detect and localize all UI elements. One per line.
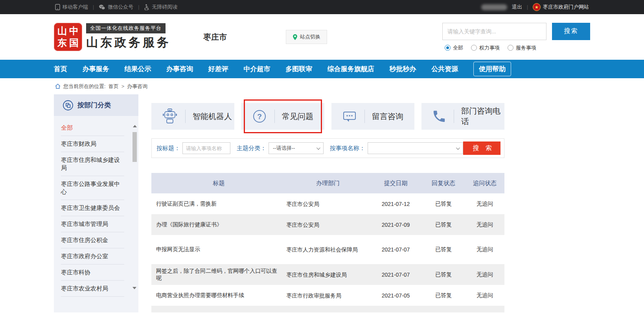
nav-public-resources[interactable]: 公共资源 xyxy=(431,64,458,73)
sidebar-title: 按部门分类 xyxy=(77,101,111,110)
sidebar-item-science-association[interactable]: 枣庄市科协 xyxy=(61,265,124,281)
scroll-down-icon[interactable] xyxy=(132,287,136,289)
tab-faq[interactable]: ? 常见问题 xyxy=(241,103,324,130)
column-title: 标题 xyxy=(151,180,286,187)
followup-status: 无追问 xyxy=(465,221,504,228)
logout-link[interactable]: 退出 xyxy=(512,4,522,11)
site-title: 山东政务服务 xyxy=(86,35,171,51)
nav-joint-review[interactable]: 多图联审 xyxy=(285,64,312,73)
question-title[interactable]: 行驶证副页已满，需换新 xyxy=(151,197,286,211)
radio-power-items[interactable]: 权力事项 xyxy=(471,44,500,51)
question-title[interactable]: 电商营业执照办理需要哪些材料手续 xyxy=(151,289,286,302)
radio-selected-icon[interactable] xyxy=(445,45,451,51)
sidebar-item-housing-fund[interactable]: 枣庄市住房公积金 xyxy=(61,232,124,248)
question-title[interactable]: 网签之后，除了合同二维码，官网哪个入口可以查呢 xyxy=(151,265,286,285)
svg-text:?: ? xyxy=(257,112,262,121)
handling-department: 枣庄市公安局 xyxy=(286,217,370,232)
column-reply-status: 回复状态 xyxy=(422,180,465,187)
current-city-label: 枣庄市 xyxy=(203,32,227,42)
user-name-blurred xyxy=(481,4,507,10)
table-row[interactable]: 办理《国际旅行健康证书》 枣庄市公安局 2021-07-09 已答复 无追问 xyxy=(151,214,504,235)
main-navigation: 首页 办事服务 结果公示 办事咨询 好差评 中介超市 多图联审 综合服务旗舰店 … xyxy=(0,60,644,78)
chevron-down-icon xyxy=(316,146,320,150)
reply-status: 已答复 xyxy=(422,246,465,253)
tab-smart-robot[interactable]: 智能机器人 xyxy=(151,103,234,130)
nav-rating[interactable]: 好差评 xyxy=(208,64,228,73)
radio-unselected-icon[interactable] xyxy=(508,45,513,51)
header-search-button[interactable]: 搜索 xyxy=(552,23,590,40)
category-icon xyxy=(63,100,74,111)
tab-message-consult-label: 留言咨询 xyxy=(372,111,403,122)
divider xyxy=(185,110,186,123)
title-filter-input[interactable] xyxy=(182,142,230,154)
question-table: 标题 办理部门 提交日期 回复状态 追问状态 行驶证副页已满，需换新 枣庄市公安… xyxy=(151,173,504,312)
radio-all[interactable]: 全部 xyxy=(445,44,463,51)
keyword-search-input[interactable] xyxy=(442,23,546,40)
search-scope-radios: 全部 权力事项 服务事项 xyxy=(442,44,590,51)
nav-home[interactable]: 首页 xyxy=(54,64,67,73)
followup-status: 无追问 xyxy=(465,271,504,278)
nav-results[interactable]: 结果公示 xyxy=(124,64,151,73)
mobile-app-link[interactable]: 移动客户端 xyxy=(55,4,88,11)
submit-date: 2021-07-07 xyxy=(370,272,422,278)
sidebar-item-agriculture-bureau[interactable]: 枣庄市农业农村局 xyxy=(61,281,124,297)
site-switch-button[interactable]: 站点切换 xyxy=(286,30,327,44)
question-title[interactable]: 申报网页无法显示 xyxy=(151,243,286,256)
nav-agency-market[interactable]: 中介超市 xyxy=(243,64,270,73)
gov-portal-link[interactable]: ★ 枣庄市政府门户网站 xyxy=(533,3,589,11)
column-followup-status: 追问状态 xyxy=(465,180,504,187)
sidebar-item-finance-bureau[interactable]: 枣庄市财政局 xyxy=(61,136,124,152)
accessibility-link[interactable]: 无障碍阅读 xyxy=(144,4,177,11)
table-row[interactable]: 行驶证副页已满，需换新 枣庄市公安局 2021-07-12 已答复 无追问 xyxy=(151,193,504,214)
nav-flagship-store[interactable]: 综合服务旗舰店 xyxy=(328,64,374,73)
shandong-seal-logo: 山 中 东 国 xyxy=(54,23,82,51)
sidebar-item-all[interactable]: 全部 xyxy=(61,120,124,136)
tab-message-consult[interactable]: 留言咨询 xyxy=(331,103,414,130)
table-row[interactable]: 网签之后，除了合同二维码，官网哪个入口可以查呢 枣庄市住房和城乡建设局 2021… xyxy=(151,264,504,285)
followup-status: 无追问 xyxy=(465,246,504,253)
sidebar-item-city-management-bureau[interactable]: 枣庄市城市管理局 xyxy=(61,216,124,232)
wechat-label: 微信公众号 xyxy=(108,4,133,11)
radio-service-items[interactable]: 服务事项 xyxy=(508,44,536,51)
question-filter-bar: 按标题： 主题分类： --请选择-- 按事项名称： 搜 索 xyxy=(151,138,504,158)
divider xyxy=(274,110,275,123)
handling-department: 枣庄市行政审批服务局 xyxy=(286,288,370,303)
handling-department: 枣庄市住房和城乡建设局 xyxy=(286,267,370,282)
seal-char: 东 xyxy=(56,37,68,49)
sidebar-item-housing-construction-bureau[interactable]: 枣庄市住房和城乡建设局 xyxy=(61,152,124,176)
scroll-up-icon[interactable] xyxy=(133,125,137,127)
breadcrumb-current: 办事咨询 xyxy=(127,83,147,90)
radio-unselected-icon[interactable] xyxy=(471,45,477,51)
scrollbar-thumb[interactable] xyxy=(132,132,137,162)
topic-select[interactable]: --请选择-- xyxy=(269,142,324,154)
consult-content: 智能机器人 ? 常见问题 留言咨询 部门咨 xyxy=(151,94,504,312)
breadcrumb-home-link[interactable]: 首页 xyxy=(109,83,119,90)
consult-tabs: 智能机器人 ? 常见问题 留言咨询 部门咨 xyxy=(151,103,504,130)
wechat-link[interactable]: 微信公众号 xyxy=(99,4,133,11)
nav-help-button[interactable]: 使用帮助 xyxy=(473,62,511,76)
sidebar-scrollbar[interactable] xyxy=(132,125,137,162)
tab-department-phone[interactable]: 部门咨询电话 xyxy=(421,103,504,130)
column-department: 办理部门 xyxy=(286,179,370,187)
breadcrumb-separator: > xyxy=(121,83,125,89)
site-logo[interactable]: 山 中 东 国 全国一体化在线政务服务平台 山东政务服务 xyxy=(54,23,171,51)
submit-date: 2021-07-12 xyxy=(370,201,422,207)
sidebar-header: 按部门分类 xyxy=(54,94,138,116)
table-row[interactable]: 电商营业执照办理需要哪些材料手续 枣庄市行政审批服务局 2021-07-05 已… xyxy=(151,285,504,306)
question-title[interactable]: 办理《国际旅行健康证书》 xyxy=(151,218,286,231)
followup-status: 无追问 xyxy=(465,292,504,299)
message-icon xyxy=(342,109,357,124)
sidebar-item-highway-center[interactable]: 枣庄市公路事业发展中心 xyxy=(61,176,124,200)
nav-instant-approval[interactable]: 秒批秒办 xyxy=(390,64,416,73)
item-select[interactable] xyxy=(368,142,464,154)
sidebar-item-health-commission[interactable]: 枣庄市卫生健康委员会 xyxy=(61,200,124,216)
nav-services[interactable]: 办事服务 xyxy=(83,64,109,73)
table-row[interactable]: 申报网页无法显示 枣庄市人力资源和社会保障局 2021-07-07 已答复 无追… xyxy=(151,235,504,264)
sidebar-item-government-office[interactable]: 枣庄市政府办公室 xyxy=(61,248,124,265)
radio-power-label: 权力事项 xyxy=(479,44,500,51)
nav-consult[interactable]: 办事咨询 xyxy=(166,64,193,73)
seal-char: 国 xyxy=(68,37,80,49)
filter-search-button[interactable]: 搜 索 xyxy=(463,141,500,155)
reply-status: 已答复 xyxy=(422,271,465,278)
column-date: 提交日期 xyxy=(370,180,422,187)
